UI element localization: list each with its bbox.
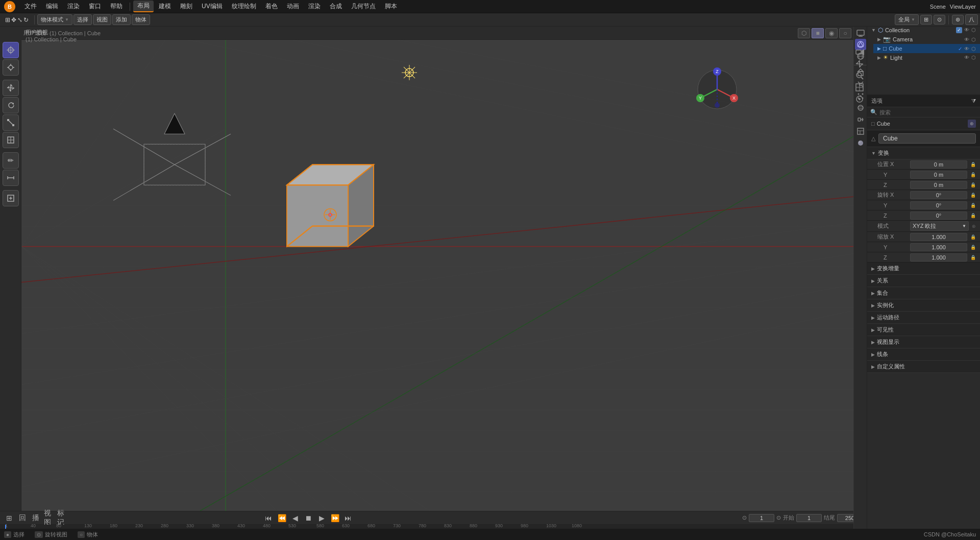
- scale-x-lock[interactable]: 🔒: [970, 234, 976, 240]
- tool-transform[interactable]: [3, 132, 19, 148]
- menu-render[interactable]: 渲染: [63, 1, 84, 12]
- props-material-icon[interactable]: [855, 137, 866, 149]
- play-last-frame[interactable]: ⏭: [343, 513, 353, 523]
- light-render[interactable]: ⬡: [971, 55, 976, 60]
- tab-animation[interactable]: 动画: [283, 1, 303, 12]
- tab-uv-editing[interactable]: UV编辑: [198, 1, 227, 12]
- scale-x-value[interactable]: 1.000: [910, 233, 967, 241]
- object-btn[interactable]: 物体: [132, 14, 150, 25]
- tool-annotate[interactable]: ✏: [3, 152, 19, 169]
- motion-paths-section[interactable]: ▶ 运动路径: [867, 312, 980, 324]
- collection-render-visibility[interactable]: ⬡: [971, 27, 976, 33]
- transform-section-header[interactable]: ▼ 变换: [867, 147, 980, 159]
- rot-x-lock[interactable]: 🔒: [970, 193, 976, 198]
- play-next[interactable]: ▶: [316, 513, 327, 523]
- tool-move[interactable]: [3, 80, 19, 96]
- view-zoom-btn[interactable]: [854, 71, 865, 81]
- play-prev-frame[interactable]: ⏪: [277, 513, 287, 523]
- proportional-btn[interactable]: ⊙: [934, 15, 945, 25]
- view-btn[interactable]: 视图: [93, 14, 111, 25]
- rot-mode-options[interactable]: ⊛: [972, 224, 976, 229]
- tool-rotate[interactable]: [3, 97, 19, 113]
- tab-layout[interactable]: 布局: [133, 1, 154, 12]
- scale-z-value[interactable]: 1.000: [910, 253, 967, 262]
- cube-render[interactable]: ⬡: [971, 46, 976, 52]
- custom-props-section[interactable]: ▶ 自定义属性: [867, 361, 980, 373]
- menu-file[interactable]: 文件: [20, 1, 41, 12]
- collection-restrict-toggle[interactable]: ✓: [956, 27, 962, 33]
- start-frame-input[interactable]: [796, 514, 822, 522]
- rot-y-value[interactable]: 0°: [910, 201, 967, 209]
- scene-selector[interactable]: Scene: [930, 4, 946, 10]
- camera-visibility[interactable]: 👁: [964, 37, 969, 42]
- outliner-item-collection[interactable]: ▼ ⬡ Collection ✓ 👁 ⬡: [867, 26, 980, 35]
- relations-section[interactable]: ▶ 关系: [867, 275, 980, 287]
- timeline-marker-btn[interactable]: 播: [31, 513, 41, 523]
- collection-visibility[interactable]: 👁: [964, 27, 969, 33]
- select-btn[interactable]: 选择: [74, 14, 92, 25]
- timeline-view-btn[interactable]: 回: [17, 513, 28, 523]
- play-prev[interactable]: ◀: [290, 513, 300, 523]
- visibility-section[interactable]: ▶ 可见性: [867, 324, 980, 336]
- tool-measure[interactable]: [3, 170, 19, 186]
- pos-z-lock[interactable]: 🔒: [970, 182, 976, 187]
- menu-edit[interactable]: 编辑: [42, 1, 62, 12]
- rot-x-value[interactable]: 0°: [910, 191, 967, 199]
- play-stop[interactable]: ⏹: [303, 513, 313, 523]
- tab-modeling[interactable]: 建模: [155, 1, 175, 12]
- global-dropdown[interactable]: 全局 ▼: [895, 14, 919, 25]
- view-pan-btn[interactable]: [854, 59, 865, 69]
- pos-x-lock[interactable]: 🔒: [970, 162, 976, 167]
- viewport-display-section[interactable]: ▶ 视图显示: [867, 336, 980, 348]
- camera-render[interactable]: ⬡: [971, 37, 976, 42]
- tab-compositing[interactable]: 合成: [326, 1, 346, 12]
- light-visibility[interactable]: 👁: [964, 55, 969, 60]
- scale-z-lock[interactable]: 🔒: [970, 255, 976, 260]
- viewport-3d[interactable]: 用户透视 (1) Collection | Cube Z X Y: [21, 27, 867, 511]
- collections-section[interactable]: ▶ 集合: [867, 287, 980, 299]
- lines-section[interactable]: ▶ 线条: [867, 348, 980, 361]
- cube-checkmark[interactable]: ✓: [958, 46, 962, 52]
- shading-material[interactable]: ◉: [825, 28, 838, 38]
- instancing-section[interactable]: ▶ 实例化: [867, 299, 980, 312]
- timeline-markers-btn[interactable]: 标记: [57, 513, 67, 523]
- gizmo-btn[interactable]: ⊛: [952, 15, 964, 25]
- tab-texture-paint[interactable]: 纹理绘制: [228, 1, 260, 12]
- view-grid-btn[interactable]: [854, 82, 865, 92]
- play-first-frame[interactable]: ⏮: [263, 513, 274, 523]
- overlay-btn[interactable]: 八: [965, 14, 978, 25]
- tab-geometry-nodes[interactable]: 几何节点: [347, 1, 380, 12]
- timeline-view-menu[interactable]: 视图: [44, 513, 54, 523]
- tab-shading[interactable]: 着色: [261, 1, 282, 12]
- cube-visibility[interactable]: 👁: [964, 46, 969, 52]
- orientation-widget[interactable]: Z X Y: [694, 66, 740, 114]
- rot-z-lock[interactable]: 🔒: [970, 213, 976, 218]
- pos-x-value[interactable]: 0 m: [910, 160, 967, 169]
- rot-z-value[interactable]: 0°: [910, 212, 967, 220]
- menu-window[interactable]: 窗口: [85, 1, 105, 12]
- pos-y-value[interactable]: 0 m: [910, 171, 967, 179]
- props-constraints-icon[interactable]: [855, 114, 866, 125]
- mode-dropdown[interactable]: 物体模式 ▼: [37, 14, 72, 25]
- outliner-item-cube[interactable]: ▶ □ Cube ✓ 👁 ⬡: [873, 44, 980, 53]
- tab-scripting[interactable]: 脚本: [381, 1, 401, 12]
- viewlayer-selector[interactable]: ViewLayer: [950, 4, 976, 10]
- tool-scale[interactable]: [3, 114, 19, 131]
- rot-y-lock[interactable]: 🔒: [970, 203, 976, 208]
- data-name-input[interactable]: [878, 133, 976, 144]
- props-search-input[interactable]: [879, 109, 977, 115]
- shading-solid[interactable]: ■: [812, 28, 824, 38]
- pos-z-value[interactable]: 0 m: [910, 181, 967, 189]
- play-next-frame[interactable]: ⏩: [330, 513, 340, 523]
- shading-rendered[interactable]: ○: [839, 28, 851, 38]
- tool-select[interactable]: [3, 42, 19, 58]
- scale-y-lock[interactable]: 🔒: [970, 245, 976, 250]
- delta-transform-section[interactable]: ▶ 变换增量: [867, 263, 980, 275]
- tab-rendering[interactable]: 渲染: [304, 1, 325, 12]
- timeline-mode-btn[interactable]: ⊞: [4, 513, 14, 523]
- rot-mode-dropdown[interactable]: XYZ 欧拉 ▼: [910, 221, 969, 231]
- view-render-btn[interactable]: [854, 94, 865, 104]
- add-btn[interactable]: 添加: [112, 14, 131, 25]
- props-output-icon[interactable]: [855, 27, 866, 38]
- tool-add[interactable]: [3, 190, 19, 206]
